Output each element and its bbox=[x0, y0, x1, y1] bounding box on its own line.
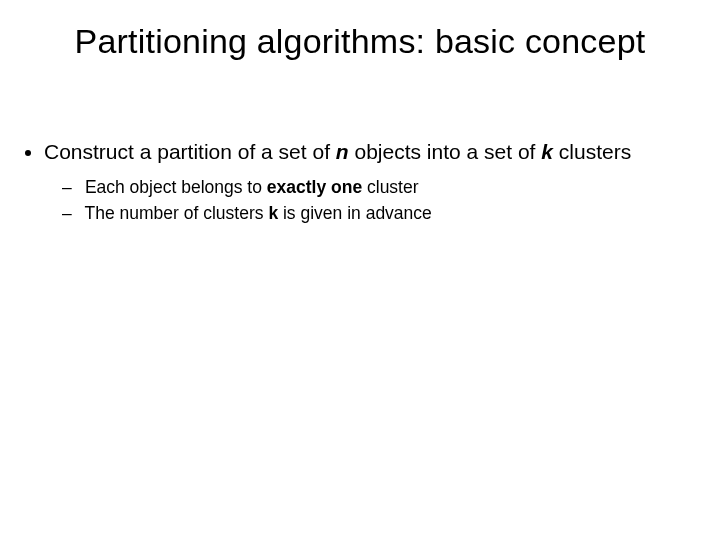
text-run: cluster bbox=[362, 177, 418, 197]
var-k: k bbox=[268, 203, 278, 223]
bullet-item-1: Construct a partition of a set of n obje… bbox=[44, 138, 690, 226]
text-run: is given in advance bbox=[278, 203, 432, 223]
bullet-list-level1: Construct a partition of a set of n obje… bbox=[26, 138, 690, 226]
var-k: k bbox=[541, 140, 553, 163]
sub-item-1: Each object belongs to exactly one clust… bbox=[80, 175, 690, 200]
text-run: Construct a partition of a set of bbox=[44, 140, 336, 163]
slide-title: Partitioning algorithms: basic concept bbox=[0, 22, 720, 61]
text-run: The number of clusters bbox=[85, 203, 269, 223]
emphasis: exactly one bbox=[267, 177, 362, 197]
slide-body: Construct a partition of a set of n obje… bbox=[26, 138, 690, 236]
text-run: Each object belongs to bbox=[85, 177, 267, 197]
sub-item-2: The number of clusters k is given in adv… bbox=[80, 201, 690, 226]
slide: Partitioning algorithms: basic concept C… bbox=[0, 0, 720, 540]
var-n: n bbox=[336, 140, 349, 163]
text-run: clusters bbox=[553, 140, 631, 163]
bullet-list-level2: Each object belongs to exactly one clust… bbox=[44, 175, 690, 226]
text-run: objects into a set of bbox=[349, 140, 542, 163]
